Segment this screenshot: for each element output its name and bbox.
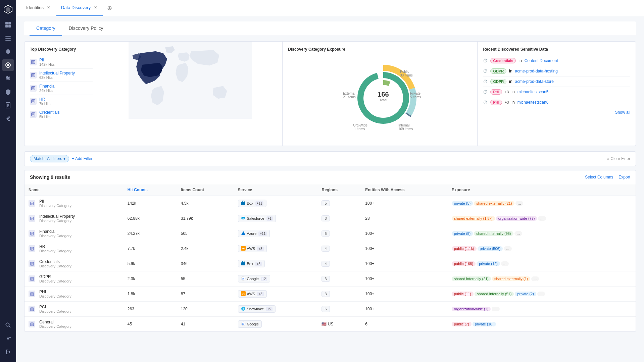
cell-row-name[interactable]: Financial: [39, 229, 71, 234]
sidebar-item-policy[interactable]: [2, 86, 14, 98]
recent-item-text: in: [509, 79, 512, 84]
table-row[interactable]: Financial Discovery Category 24.27k 505 …: [24, 226, 636, 241]
table-row[interactable]: PII Discovery Category 142k 4.5k Box +11…: [24, 196, 636, 211]
service-badge[interactable]: SF Salesforce +1: [238, 215, 276, 222]
cell-entities: 100+: [361, 196, 447, 211]
sidebar-item-dashboard[interactable]: [2, 19, 14, 31]
sidebar-item-list[interactable]: [2, 32, 14, 44]
recent-item-link[interactable]: acme-prod-data-hosting: [515, 69, 558, 73]
svg-rect-101: [31, 323, 34, 326]
service-badge[interactable]: Box +5: [238, 260, 265, 267]
cell-entities: 100+: [361, 241, 447, 256]
category-item-name[interactable]: PII: [39, 58, 55, 62]
cell-service: aws AWS +3: [234, 241, 318, 256]
category-item-name[interactable]: Credentials: [39, 110, 60, 115]
cell-exposure: private (5)shared externally (21)...: [448, 196, 636, 211]
tab-identities[interactable]: Identities ✕: [21, 0, 56, 16]
recent-item: ⏱ PHI +3 in michaeltestscan6: [483, 97, 630, 107]
cell-row-name[interactable]: PHI: [39, 290, 71, 294]
table-row[interactable]: GDPR Discovery Category 2.3k 55 G Google…: [24, 271, 636, 287]
add-filter-button[interactable]: + Add Filter: [72, 156, 92, 161]
service-badge[interactable]: aws AWS +3: [238, 245, 267, 252]
table-row[interactable]: PCI Discovery Category 263 120 ❄ Snowfla…: [24, 302, 636, 317]
cell-row-name[interactable]: PII: [39, 199, 71, 204]
category-list-item[interactable]: Credentials 5k Hits: [30, 108, 93, 121]
service-badge[interactable]: G Google: [238, 320, 262, 328]
recent-item: ⏱ PHI +3 in michaeltestscan5: [483, 87, 630, 97]
category-item-name[interactable]: Financial: [39, 84, 55, 89]
cell-name: GDPR Discovery Category: [24, 271, 123, 287]
cell-row-name[interactable]: GDPR: [39, 274, 71, 279]
clear-filter-button[interactable]: ○ Clear Filter: [607, 156, 630, 161]
app-logo[interactable]: [3, 4, 13, 15]
recent-item-link[interactable]: acme-prod-data-store: [515, 79, 554, 84]
category-item-name[interactable]: Intellectual Property: [39, 71, 75, 75]
recent-item-link[interactable]: michaeltestscan6: [517, 100, 549, 105]
recent-item-extra: +3: [505, 90, 509, 94]
cell-row-name[interactable]: HR: [39, 244, 71, 249]
export-button[interactable]: Export: [618, 175, 630, 179]
recent-item-link[interactable]: michaeltestscan5: [517, 90, 549, 94]
clear-filter-icon: ○: [607, 156, 609, 161]
match-filter-badge[interactable]: Match: All filters ▾: [30, 155, 69, 162]
service-icon: [241, 231, 246, 236]
recent-item-text: in: [511, 90, 514, 94]
tab-add-button[interactable]: ⊕: [105, 3, 114, 13]
subtab-discovery-policy[interactable]: Discovery Policy: [62, 21, 110, 36]
sidebar-item-data-discovery[interactable]: [2, 59, 14, 71]
svg-point-10: [7, 64, 9, 66]
table-row[interactable]: General Discovery Category 45 41 G Googl…: [24, 317, 636, 332]
service-badge[interactable]: Azure +11: [238, 230, 270, 237]
cell-row-name[interactable]: PCI: [39, 305, 71, 309]
service-badge[interactable]: Box +11: [238, 200, 267, 207]
sidebar-item-search[interactable]: [2, 319, 14, 331]
subtab-category[interactable]: Category: [30, 21, 62, 36]
exposure-tag: public (1.1k): [452, 246, 477, 251]
results-tbody: PII Discovery Category 142k 4.5k Box +11…: [24, 196, 636, 332]
col-hit-count[interactable]: Hit Count ↓: [123, 184, 177, 196]
service-icon: G: [241, 276, 246, 281]
cell-row-name[interactable]: Intellectual Property: [39, 214, 75, 219]
sidebar-item-logout[interactable]: [2, 346, 14, 358]
tab-data-discovery-label: Data Discovery: [61, 5, 91, 10]
sidebar-item-reports[interactable]: [2, 99, 14, 111]
svg-text:Org-Wide: Org-Wide: [353, 123, 367, 127]
tab-identities-close[interactable]: ✕: [46, 5, 51, 10]
sidebar-item-gear[interactable]: [2, 332, 14, 345]
category-list-item[interactable]: PII 142k Hits: [30, 56, 93, 69]
svg-rect-4: [5, 25, 8, 28]
cell-exposure: shared internally (21)shared externally …: [448, 271, 636, 287]
svg-text:aws: aws: [242, 293, 246, 295]
sidebar-item-settings[interactable]: [2, 72, 14, 85]
category-item-icon: [30, 72, 37, 79]
category-list-item[interactable]: Financial 24k Hits: [30, 82, 93, 95]
service-badge[interactable]: aws AWS +3: [238, 290, 267, 298]
category-item-name[interactable]: HR: [39, 97, 51, 102]
category-list-item[interactable]: Intellectual Property 62k Hits: [30, 69, 93, 82]
tab-bar: Identities ✕ Data Discovery ✕ ⊕: [16, 0, 644, 16]
recent-item-link[interactable]: Content Document: [525, 58, 558, 63]
table-row[interactable]: HR Discovery Category 7.7k 2.4k aws AWS …: [24, 241, 636, 256]
tab-data-discovery[interactable]: Data Discovery ✕: [56, 0, 103, 16]
recent-item-extra: +3: [505, 100, 509, 104]
cell-items-count: 2.4k: [177, 241, 234, 256]
table-row[interactable]: Intellectual Property Discovery Category…: [24, 211, 636, 226]
table-row[interactable]: PHI Discovery Category 1.8k 87 aws AWS +…: [24, 287, 636, 302]
select-columns-button[interactable]: Select Columns: [585, 175, 613, 179]
exposure-tag: ...: [537, 292, 545, 296]
results-actions: Select Columns Export: [585, 175, 630, 179]
sidebar-item-alerts[interactable]: [2, 46, 14, 58]
cell-name: HR Discovery Category: [24, 241, 123, 256]
sidebar-item-integrations[interactable]: [2, 113, 14, 125]
service-badge[interactable]: G Google +2: [238, 275, 270, 282]
cell-exposure: public (11)shared internally (51)private…: [448, 287, 636, 302]
service-badge[interactable]: ❄ Snowflake +5: [238, 305, 276, 313]
cell-row-name[interactable]: General: [39, 320, 71, 324]
category-list-item[interactable]: HR 7k Hits: [30, 95, 93, 108]
show-all-link[interactable]: Show all: [483, 110, 630, 115]
cell-row-name[interactable]: Credentials: [39, 259, 71, 264]
region-count: 5: [321, 306, 330, 312]
tab-data-discovery-close[interactable]: ✕: [93, 5, 98, 10]
table-row[interactable]: Credentials Discovery Category 5.9k 346 …: [24, 256, 636, 271]
exposure-tag: ...: [492, 307, 499, 311]
